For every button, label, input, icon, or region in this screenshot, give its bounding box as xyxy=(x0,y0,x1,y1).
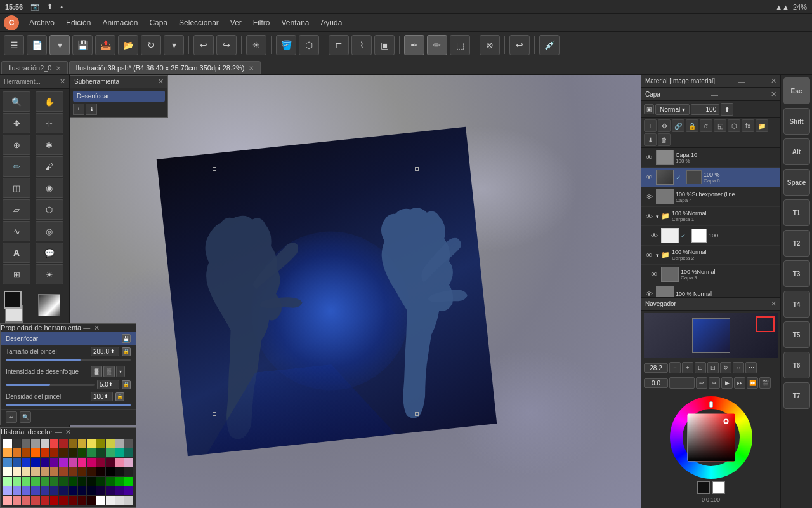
menu-animacion[interactable]: Animación xyxy=(97,17,143,29)
color-history-cell[interactable] xyxy=(41,496,49,505)
tool-magic-wand[interactable]: ✱ xyxy=(36,135,63,155)
toolprops-density-slider-track[interactable] xyxy=(6,404,131,406)
color-history-cell[interactable] xyxy=(3,477,12,486)
tab-close-0[interactable]: ✕ xyxy=(56,65,61,72)
color-history-cell[interactable] xyxy=(115,477,124,486)
navigator-x-slider[interactable] xyxy=(669,377,695,389)
toolbar-layer-view[interactable]: ⊗ xyxy=(480,35,500,55)
color-history-cell[interactable] xyxy=(87,496,96,505)
subtoolbar-minimize[interactable]: — xyxy=(134,78,141,86)
color-history-cell[interactable] xyxy=(41,467,49,476)
key-shift[interactable]: Shift xyxy=(783,108,810,135)
toolprops-search[interactable]: 🔍 xyxy=(20,411,31,423)
color-history-cell[interactable] xyxy=(69,486,77,495)
subtool-selected[interactable]: Desenfocar xyxy=(73,91,165,102)
navigator-thumbnail[interactable] xyxy=(644,313,778,358)
key-alt[interactable]: Alt xyxy=(783,138,810,165)
toolprops-density-lock[interactable]: 🔒 xyxy=(115,392,124,401)
color-history-cell[interactable] xyxy=(87,486,96,495)
color-history-cell[interactable] xyxy=(106,496,115,505)
color-history-cell[interactable] xyxy=(124,439,133,448)
color-history-cell[interactable] xyxy=(106,448,115,457)
toolprops-size-slider-track[interactable] xyxy=(6,359,131,361)
toolbar-pen[interactable]: ✒ xyxy=(404,35,424,55)
material-panel-minimize[interactable]: — xyxy=(738,77,745,85)
navigator-end[interactable]: ⏩ xyxy=(747,377,758,389)
bg-color-display[interactable] xyxy=(712,481,725,494)
toolbar-export[interactable]: 📤 xyxy=(95,35,115,55)
color-history-cell[interactable] xyxy=(31,477,40,486)
pattern-swatch[interactable] xyxy=(38,294,60,316)
toolprops-density-stepper[interactable]: ⬆ xyxy=(104,394,108,399)
toolprops-intensity-lock[interactable]: 🔒 xyxy=(122,380,131,389)
color-history-cell[interactable] xyxy=(13,458,22,467)
toolbar-brush-active[interactable]: ✏ xyxy=(427,35,447,55)
color-history-cell[interactable] xyxy=(41,486,49,495)
color-history-cell[interactable] xyxy=(41,477,49,486)
color-history-cell[interactable] xyxy=(3,448,12,457)
color-history-cell[interactable] xyxy=(96,467,105,476)
tool-rect-shape[interactable]: ▱ xyxy=(3,199,30,220)
color-history-cell[interactable] xyxy=(50,439,59,448)
menu-archivo[interactable]: Archivo xyxy=(24,17,60,29)
color-history-cell[interactable] xyxy=(106,467,115,476)
layer-item-normal[interactable]: 👁 100 % Normal xyxy=(641,284,780,297)
navigator-zoom-in[interactable]: + xyxy=(682,362,693,373)
tool-dot[interactable]: ◉ xyxy=(36,178,63,198)
color-history-cell[interactable] xyxy=(87,467,96,476)
color-history-cell[interactable] xyxy=(3,439,12,448)
toolbar-erase[interactable]: ⬚ xyxy=(450,35,470,55)
color-history-cell[interactable] xyxy=(69,496,77,505)
navigator-anim[interactable]: 🎬 xyxy=(759,377,771,389)
key-t2[interactable]: T2 xyxy=(783,230,810,257)
layer-opacity-input[interactable]: 100 xyxy=(691,104,719,115)
intensity-btn-2[interactable]: ▒ xyxy=(103,366,115,377)
navigator-x-value[interactable]: 0.0 xyxy=(644,378,668,388)
key-t3[interactable]: T3 xyxy=(783,260,810,287)
colorhistory-minimize[interactable]: — xyxy=(55,428,62,436)
tool-move[interactable]: ✥ xyxy=(3,113,30,133)
layer-merge-btn[interactable]: ⬇ xyxy=(644,133,657,146)
menu-ver[interactable]: Ver xyxy=(225,17,247,29)
layer-eye-capa9[interactable]: 👁 xyxy=(649,269,659,279)
menu-seleccionar[interactable]: Seleccionar xyxy=(174,17,224,29)
tool-select-rect[interactable]: ⊹ xyxy=(36,113,63,133)
toolprops-close[interactable]: ✕ xyxy=(94,324,100,331)
toolbar-bucket[interactable]: 🪣 xyxy=(276,35,296,55)
color-history-cell[interactable] xyxy=(96,477,105,486)
toolbar-transform[interactable]: ⬡ xyxy=(299,35,319,55)
layer-lock-btn[interactable]: 🔒 xyxy=(686,119,698,132)
color-history-cell[interactable] xyxy=(41,448,49,457)
toolbar-new-dropdown[interactable]: ▾ xyxy=(49,35,70,55)
layer-eye-normal[interactable]: 👁 xyxy=(644,289,654,297)
navigator-zoom-out[interactable]: − xyxy=(669,362,681,373)
menu-ayuda[interactable]: Ayuda xyxy=(316,17,348,29)
color-history-cell[interactable] xyxy=(106,458,115,467)
color-history-cell[interactable] xyxy=(59,486,68,495)
color-history-cell[interactable] xyxy=(124,467,133,476)
color-sb-square[interactable] xyxy=(687,414,735,462)
layer-settings-btn[interactable]: ⚙ xyxy=(658,119,671,132)
color-history-cell[interactable] xyxy=(96,486,105,495)
color-history-cell[interactable] xyxy=(124,448,133,457)
color-history-cell[interactable] xyxy=(50,467,59,476)
navigator-panel-close[interactable]: ✕ xyxy=(771,300,776,308)
color-history-cell[interactable] xyxy=(124,486,133,495)
color-history-cell[interactable] xyxy=(78,448,87,457)
color-history-cell[interactable] xyxy=(106,439,115,448)
navigator-redo[interactable]: ↪ xyxy=(709,377,720,389)
color-history-cell[interactable] xyxy=(31,486,40,495)
layer-link-btn[interactable]: 🔗 xyxy=(672,119,684,132)
layer-item-capa6[interactable]: 👁 ✓ 100 % Capa 6 xyxy=(641,168,780,187)
key-t4[interactable]: T4 xyxy=(783,291,810,318)
toolbar-snap[interactable]: ✳ xyxy=(246,35,266,55)
intensity-dropdown[interactable]: ▾ xyxy=(116,366,125,377)
color-history-cell[interactable] xyxy=(69,458,77,467)
toolprops-reset[interactable]: ↩ xyxy=(6,411,17,423)
color-history-cell[interactable] xyxy=(87,458,96,467)
layer-item-carpeta1[interactable]: 👁 ▾ 📁 100 %Normal Carpeta 1 xyxy=(641,207,780,226)
color-history-cell[interactable] xyxy=(78,477,87,486)
layer-eye-subexponer[interactable]: 👁 xyxy=(644,192,654,202)
colorhistory-close[interactable]: ✕ xyxy=(65,428,71,436)
tool-fill[interactable]: ⊞ xyxy=(3,264,30,284)
